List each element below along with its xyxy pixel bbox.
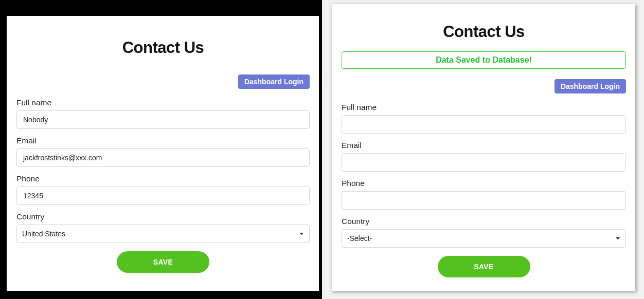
- country-group: Country -Select-: [342, 217, 626, 248]
- country-select[interactable]: -Select-: [342, 229, 626, 248]
- country-label: Country: [16, 212, 310, 221]
- success-alert: Data Saved to Database!: [342, 51, 626, 69]
- country-group: Country United States: [16, 212, 310, 243]
- login-row: Dashboard Login: [16, 74, 310, 89]
- phone-group: Phone: [342, 179, 626, 210]
- save-button[interactable]: SAVE: [438, 256, 530, 277]
- save-row: SAVE: [16, 251, 310, 273]
- email-label: Email: [342, 141, 626, 150]
- fullname-group: Full name: [342, 103, 626, 134]
- phone-input[interactable]: [342, 191, 626, 210]
- phone-label: Phone: [16, 174, 310, 183]
- country-select[interactable]: United States: [16, 225, 310, 243]
- country-label: Country: [342, 217, 626, 226]
- email-input[interactable]: [342, 153, 626, 172]
- contact-form-panel-filled: Contact Us Dashboard Login Full name Ema…: [7, 16, 319, 291]
- fullname-group: Full name: [16, 98, 310, 129]
- save-row: SAVE: [342, 256, 626, 277]
- email-input[interactable]: [16, 148, 310, 167]
- phone-input[interactable]: [16, 186, 310, 205]
- fullname-label: Full name: [342, 103, 626, 112]
- page-title: Contact Us: [16, 39, 310, 57]
- fullname-input[interactable]: [16, 110, 310, 129]
- fullname-input[interactable]: [342, 115, 626, 134]
- email-group: Email: [16, 136, 310, 167]
- page-title: Contact Us: [342, 23, 626, 41]
- phone-label: Phone: [342, 179, 626, 188]
- login-row: Dashboard Login: [342, 79, 626, 94]
- fullname-label: Full name: [16, 98, 310, 107]
- phone-group: Phone: [16, 174, 310, 205]
- email-label: Email: [16, 136, 310, 145]
- dashboard-login-button[interactable]: Dashboard Login: [554, 79, 626, 94]
- dashboard-login-button[interactable]: Dashboard Login: [238, 74, 310, 89]
- email-group: Email: [342, 141, 626, 172]
- save-button[interactable]: SAVE: [117, 251, 209, 273]
- contact-form-panel-saved: Contact Us Data Saved to Database! Dashb…: [332, 4, 635, 291]
